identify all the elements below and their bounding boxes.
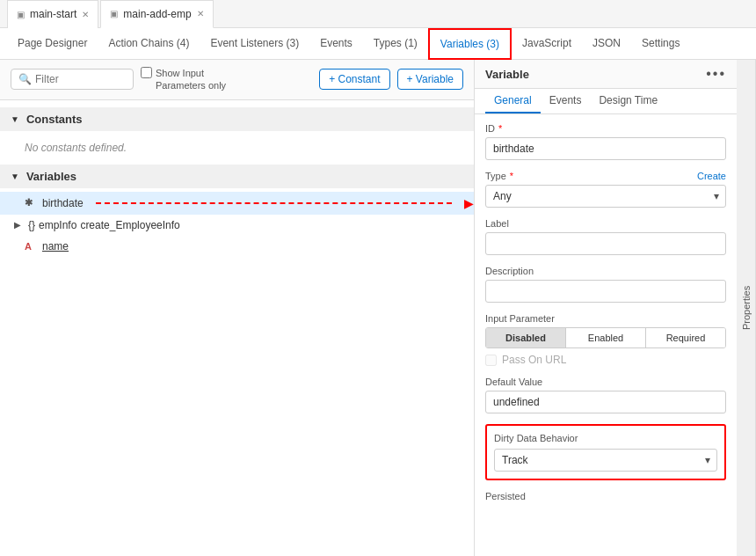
constants-section-header[interactable]: ▼ Constants [0,107,474,131]
string-type-icon: A [25,241,37,252]
dirty-data-select-wrapper: Track Preserve Reset [494,449,717,472]
id-label: ID * [485,123,726,134]
nav-bar: Page Designer Action Chains (4) Event Li… [0,28,756,60]
left-panel: 🔍 Show InputParameters only + Constant +… [0,60,475,556]
form-group-label: Label [485,218,726,255]
name-label: name [42,240,69,252]
search-icon: 🔍 [18,73,32,85]
list-item-empinfo[interactable]: ▶ {} empInfo create_EmployeeInfo [0,215,474,236]
default-value-input[interactable] [485,391,726,413]
tab-main-add-emp[interactable]: ▣ main-add-emp ✕ [100,0,213,28]
form-group-default-value: Default Value [485,377,726,413]
empinfo-type: create_EmployeeInfo [80,219,179,231]
list-item-birthdate[interactable]: ✱ birthdate ▶ [0,192,474,215]
tabs-bar: ▣ main-start ✕ ▣ main-add-emp ✕ [0,0,756,28]
input-param-enabled[interactable]: Enabled [566,328,646,348]
pass-on-url-label: Pass On URL [502,354,566,366]
variable-header: Variable ••• [475,60,737,89]
properties-vertical-tab[interactable]: Properties [737,60,756,556]
nav-events[interactable]: Events [309,28,363,60]
properties-panel: Variable ••• General Events Design Time … [475,60,737,556]
id-required-star: * [498,123,502,134]
dirty-data-select[interactable]: Track Preserve Reset [494,449,717,472]
nav-settings[interactable]: Settings [631,28,690,60]
description-input[interactable] [485,280,726,303]
constants-body: No constants defined. [0,131,474,165]
input-param-label: Input Parameter [485,313,726,324]
label-label: Label [485,218,726,229]
show-input-params-checkbox[interactable] [141,67,152,78]
create-type-link[interactable]: Create [697,171,726,181]
label-input[interactable] [485,232,726,255]
birthdate-name: birthdate [42,197,84,209]
pass-on-url-checkbox[interactable] [485,355,497,366]
nav-types[interactable]: Types (1) [363,28,428,60]
form-body: ID * Type * Create Any [475,114,737,521]
input-param-disabled[interactable]: Disabled [486,328,566,348]
nav-action-chains[interactable]: Action Chains (4) [98,28,200,60]
type-required-star: * [510,171,513,181]
constants-chevron: ▼ [11,114,19,124]
variable-title: Variable [485,68,529,81]
page-icon-add: ▣ [110,9,118,18]
form-group-description: Description [485,266,726,303]
form-group-input-param: Input Parameter Disabled Enabled Require… [485,313,726,366]
variables-chevron: ▼ [11,172,19,181]
variables-section-header[interactable]: ▼ Variables [0,165,474,188]
default-value-label: Default Value [485,377,726,387]
nav-variables[interactable]: Variables (3) [428,28,512,60]
sub-tabs: General Events Design Time [475,89,737,114]
tab-main-start[interactable]: ▣ main-start ✕ [7,0,98,28]
description-label: Description [485,266,726,276]
filter-input-wrapper[interactable]: 🔍 [11,69,134,90]
id-input[interactable] [485,137,726,160]
type-select[interactable]: Any [485,185,726,208]
right-panel: Variable ••• General Events Design Time … [475,60,756,556]
nav-page-designer[interactable]: Page Designer [7,28,98,60]
close-tab-add[interactable]: ✕ [197,9,204,18]
add-variable-button[interactable]: + Variable [397,69,463,90]
main-content: 🔍 Show InputParameters only + Constant +… [0,60,756,556]
form-group-persisted: Persisted [485,491,726,501]
nav-json[interactable]: JSON [582,28,631,60]
object-type-icon: {} [28,219,35,231]
list-item-name[interactable]: A name [0,236,474,257]
dirty-data-label: Dirty Data Behavior [494,433,717,443]
page-icon-start: ▣ [17,10,25,19]
tab-events[interactable]: Events [541,89,591,113]
more-menu-button[interactable]: ••• [706,67,726,81]
arrow-icon: ▶ [464,196,474,210]
tab-general[interactable]: General [485,89,541,113]
variables-body: ✱ birthdate ▶ ▶ {} empInfo create_Employ… [0,188,474,260]
type-label: Type * Create [485,171,726,181]
pass-on-url-group: Pass On URL [485,354,726,366]
close-tab-start[interactable]: ✕ [82,10,89,19]
add-constant-button[interactable]: + Constant [319,69,389,90]
toolbar: 🔍 Show InputParameters only + Constant +… [0,60,474,100]
constants-empty: No constants defined. [0,135,474,161]
nav-javascript[interactable]: JavaScript [512,28,582,60]
tab-design-time[interactable]: Design Time [590,89,666,113]
expand-icon: ▶ [14,220,25,230]
form-group-id: ID * [485,123,726,160]
input-param-required[interactable]: Required [646,328,725,348]
show-input-params-label[interactable]: Show InputParameters only [141,67,226,92]
dotted-line [96,202,452,204]
dirty-data-section: Dirty Data Behavior Track Preserve Reset [485,424,726,480]
empinfo-name: empInfo [39,219,76,231]
persisted-label: Persisted [485,491,726,501]
form-group-type: Type * Create Any [485,171,726,208]
filter-input[interactable] [35,73,123,85]
type-select-wrapper: Any [485,185,726,208]
nav-event-listeners[interactable]: Event Listeners (3) [200,28,309,60]
any-type-icon: ✱ [25,197,37,208]
tree-content: ▼ Constants No constants defined. ▼ Vari… [0,100,474,556]
input-param-btn-group: Disabled Enabled Required [485,327,726,348]
